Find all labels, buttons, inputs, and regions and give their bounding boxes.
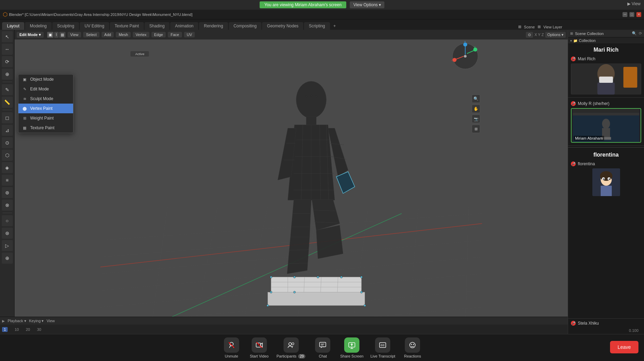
dropdown-edit-mode[interactable]: ✎ Edit Mode <box>18 84 73 94</box>
tab-texture-paint[interactable]: Texture Paint <box>110 22 144 30</box>
tab-compositing[interactable]: Compositing <box>229 22 262 30</box>
chat-button[interactable]: Chat <box>312 337 333 358</box>
svg-point-20 <box>316 96 317 97</box>
mesh-btn[interactable]: Mesh <box>116 32 131 37</box>
participants-label: Participants 29 <box>277 354 306 358</box>
tab-uv-editing[interactable]: UV Editing <box>80 22 109 30</box>
tab-scripting[interactable]: Scripting <box>304 22 330 30</box>
face-btn[interactable]: Face <box>168 32 182 37</box>
face-select-btn[interactable]: ▦ <box>59 32 66 38</box>
leave-button[interactable]: Leave <box>610 341 638 353</box>
svg-point-60 <box>360 276 363 278</box>
dropdown-weight-paint[interactable]: ⊞ Weight Paint <box>18 113 73 123</box>
proportional-edit-btn[interactable]: ⊙ <box>526 32 533 38</box>
participant-stela: 🎤 Stela Xhiku 0.100 <box>568 318 644 334</box>
svg-point-18 <box>306 96 307 97</box>
outliner-sync-icon[interactable]: ⟳ <box>639 31 642 36</box>
timeline-frames: 1 10 20 30 <box>0 325 568 334</box>
start-video-button[interactable]: Start Video <box>249 337 270 358</box>
share-screen-button[interactable]: Share Screen <box>340 337 363 358</box>
molly-name: Molly R (she/her) <box>578 101 609 106</box>
rotate-tool[interactable]: ⟳ <box>2 56 13 67</box>
tab-rendering[interactable]: Rendering <box>199 22 228 30</box>
miriam-video-thumbnail: Miriam Abraham <box>571 108 641 143</box>
tab-modeling[interactable]: Modeling <box>25 22 52 30</box>
shrink-tool[interactable]: ⊛ <box>2 228 13 239</box>
timeline-header: ▶ Playback ▾ Keying ▾ View <box>0 317 568 325</box>
tab-animation[interactable]: Animation <box>170 22 198 30</box>
florentina-avatar-img <box>592 168 620 196</box>
svg-point-57 <box>294 276 296 278</box>
unmute-button[interactable]: Unmute <box>221 337 242 358</box>
live-transcript-button[interactable]: CC Live Transcript <box>371 337 395 358</box>
bevel-tool[interactable]: ◈ <box>2 162 13 173</box>
svg-marker-44 <box>287 237 310 274</box>
vertex-btn[interactable]: Vertex <box>133 32 149 37</box>
dropdown-object-mode[interactable]: ▣ Object Mode <box>18 74 73 84</box>
collection-expand-icon[interactable]: ▾ <box>570 39 572 43</box>
extrude-tool[interactable]: ⊙ <box>2 137 13 148</box>
move-tool[interactable]: ↔ <box>2 44 13 55</box>
reactions-button[interactable]: Reactions <box>402 337 423 358</box>
scale-tool[interactable]: ⊕ <box>2 69 13 80</box>
edge-select-btn[interactable]: ⌇ <box>54 32 59 38</box>
viewport: Edit Mode ▾ ▣ ⌇ ▦ View Select Add Mesh V… <box>15 30 568 334</box>
dropdown-sculpt-mode[interactable]: ≋ Sculpt Mode <box>18 94 73 104</box>
annotate-tool[interactable]: ✎ <box>2 84 13 95</box>
minimize-button[interactable]: ─ <box>623 12 627 17</box>
vertex-paint-icon: ⬤ <box>22 106 27 111</box>
tab-shading[interactable]: Shading <box>145 22 169 30</box>
tab-geometry-nodes[interactable]: Geometry Nodes <box>262 22 303 30</box>
loop-cut-tool[interactable]: ≡ <box>2 175 13 186</box>
outliner-filter-icon[interactable]: 🔍 <box>632 31 637 36</box>
smooth-tool[interactable]: ○ <box>2 215 13 226</box>
svg-marker-38 <box>290 200 311 237</box>
svg-text:-X: -X <box>451 59 454 62</box>
svg-point-112 <box>292 343 294 345</box>
playback-btn[interactable]: Playback ▾ <box>8 319 26 323</box>
add-workspace-button[interactable]: + <box>331 22 339 30</box>
close-button[interactable]: ✕ <box>636 12 641 17</box>
select-btn[interactable]: Select <box>83 32 99 37</box>
participant-florentina: florentina 🎤 florentina <box>568 149 644 318</box>
viewport-scene[interactable]: -X Y Z 🔍 ✋ <box>15 39 568 334</box>
tab-sculpting[interactable]: Sculpting <box>52 22 79 30</box>
inset-tool[interactable]: ⬡ <box>2 150 13 161</box>
tool-separator-3 <box>2 213 12 213</box>
add-mesh-tool[interactable]: ⊿ <box>2 125 13 136</box>
keying-btn[interactable]: Keying ▾ <box>29 319 44 323</box>
svg-point-19 <box>311 95 312 96</box>
svg-point-64 <box>267 305 269 307</box>
poly-build-tool[interactable]: ⊗ <box>2 200 13 211</box>
timeline-view-btn[interactable]: View <box>46 319 55 323</box>
svg-text:Z: Z <box>464 41 466 44</box>
edge-btn[interactable]: Edge <box>151 32 166 37</box>
vert-select-btn[interactable]: ▣ <box>47 32 53 38</box>
uv-btn[interactable]: UV <box>184 32 195 37</box>
viewport-svg: -X Y Z 🔍 ✋ <box>15 39 568 334</box>
maximize-button[interactable]: □ <box>629 12 634 17</box>
add-btn[interactable]: Add <box>102 32 114 37</box>
mode-selector[interactable]: Edit Mode ▾ <box>17 32 44 38</box>
sphere-project-tool[interactable]: ⊕ <box>2 253 13 264</box>
view-label: ▶ View <box>627 1 641 6</box>
view-btn[interactable]: View <box>68 32 81 37</box>
svg-rect-93 <box>573 109 639 113</box>
collection-label: Collection <box>579 38 595 43</box>
view-options-button[interactable]: View Options ▾ <box>350 1 384 8</box>
mari-mic-icon: 🎤 <box>571 56 576 61</box>
current-frame[interactable]: 1 <box>2 327 8 332</box>
participants-icon <box>284 337 299 353</box>
shear-tool[interactable]: ▷ <box>2 240 13 251</box>
options-btn[interactable]: Options ▾ <box>545 32 566 38</box>
cursor-tool[interactable]: ↖ <box>2 31 13 42</box>
dropdown-vertex-paint[interactable]: ⬤ Vertex Paint <box>18 104 73 113</box>
participants-button[interactable]: Participants 29 <box>277 337 306 358</box>
measure-tool[interactable]: 📏 <box>2 97 13 108</box>
dropdown-texture-paint[interactable]: ▦ Texture Paint <box>18 123 73 133</box>
miriam-video-label: Miriam Abraham <box>574 136 604 141</box>
add-cube-tool[interactable]: ◻ <box>2 112 13 123</box>
knife-tool[interactable]: ⊛ <box>2 187 13 198</box>
tab-layout[interactable]: Layout <box>2 22 24 30</box>
svg-point-95 <box>602 119 610 129</box>
